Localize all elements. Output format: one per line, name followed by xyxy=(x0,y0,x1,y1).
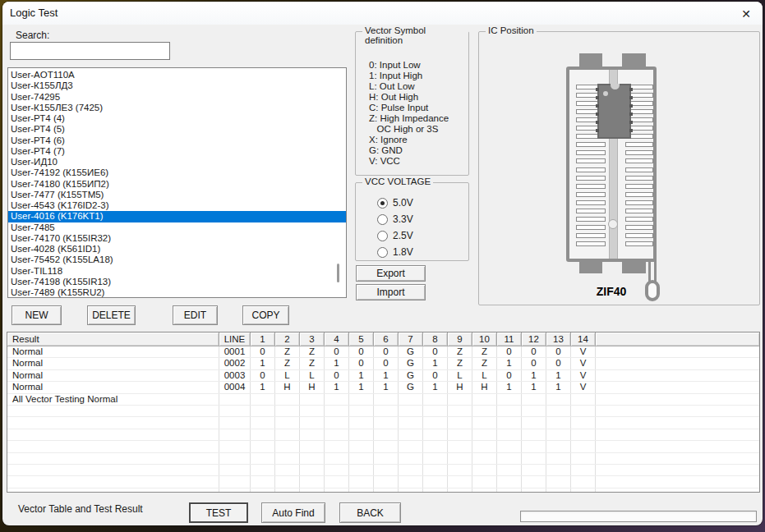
empty-row[interactable] xyxy=(7,406,759,417)
table-cell xyxy=(374,441,399,452)
list-item[interactable]: User-К155ЛЕ3 (7425) xyxy=(8,103,346,113)
vector-row[interactable]: Normal00030LL011G0LL011V xyxy=(7,370,759,382)
table-cell xyxy=(275,394,300,405)
table-cell xyxy=(423,406,448,416)
delete-button[interactable]: DELETE xyxy=(87,305,136,325)
list-item[interactable]: User-TIL118 xyxy=(8,266,346,277)
list-item[interactable]: User-4028 (K561ID1) xyxy=(8,244,346,255)
list-item[interactable]: User-РТ4 (7) xyxy=(8,146,346,157)
list-item[interactable]: User-4016 (K176KT1) xyxy=(8,211,346,222)
export-button[interactable]: Export xyxy=(356,265,426,282)
table-cell xyxy=(374,406,399,416)
table-cell: 1 xyxy=(546,370,571,381)
vector-result-table[interactable]: ResultLINE1234567891011121314 Normal0001… xyxy=(7,332,760,493)
legend-line: H: Out High xyxy=(369,92,449,103)
auto-find-button[interactable]: Auto Find xyxy=(261,502,325,523)
list-item[interactable]: User-РТ4 (4) xyxy=(8,113,346,124)
vcc-option-2.5V[interactable]: 2.5V xyxy=(377,229,413,242)
empty-row[interactable] xyxy=(7,441,759,452)
list-item[interactable]: User-4543 (K176ID2-3) xyxy=(8,200,346,211)
empty-row[interactable] xyxy=(7,476,759,488)
list-item[interactable]: User-74295 xyxy=(8,92,346,103)
list-item[interactable]: User-РТ4 (6) xyxy=(8,135,346,146)
search-input[interactable] xyxy=(10,42,170,60)
list-item[interactable]: User-AOT110A xyxy=(8,70,346,80)
radio-icon[interactable] xyxy=(377,198,388,209)
empty-row[interactable] xyxy=(7,465,759,476)
table-cell: Normal xyxy=(7,370,219,381)
table-cell xyxy=(546,406,571,416)
import-button[interactable]: Import xyxy=(356,284,426,300)
table-cell xyxy=(275,465,300,475)
table-header-cell: 8 xyxy=(423,332,448,346)
copy-button[interactable]: COPY xyxy=(242,305,289,325)
list-scrollbar-thumb[interactable] xyxy=(337,264,339,282)
summary-row[interactable]: All Vector Testing Normal xyxy=(7,394,759,406)
back-button[interactable]: BACK xyxy=(339,502,401,523)
table-cell xyxy=(423,465,448,475)
empty-row[interactable] xyxy=(7,453,759,465)
table-header-cell: 7 xyxy=(399,332,423,346)
table-cell xyxy=(472,453,497,464)
legend-line: X: Ignore xyxy=(369,135,449,145)
vcc-option-5.0V[interactable]: 5.0V xyxy=(377,196,413,209)
list-item[interactable]: User-7489 (K155RU2) xyxy=(8,287,346,298)
list-item[interactable]: User-ИД10 xyxy=(8,157,346,167)
legend-line: 0: Input Low xyxy=(369,60,449,71)
pin-slot-left xyxy=(576,192,606,197)
edit-button[interactable]: EDIT xyxy=(173,305,218,325)
table-cell xyxy=(522,417,546,428)
vcc-option-1.8V[interactable]: 1.8V xyxy=(377,245,413,259)
vector-row[interactable]: Normal00021ZZ100G1ZZ100V xyxy=(7,358,759,369)
radio-icon[interactable] xyxy=(377,231,388,241)
table-cell xyxy=(325,441,349,452)
table-cell xyxy=(219,406,251,416)
list-item[interactable]: User-74180 (К155ИП2) xyxy=(8,179,346,190)
list-item[interactable]: User-74198 (K155IR13) xyxy=(8,277,346,287)
list-item[interactable]: User-75452 (K155LA18) xyxy=(8,255,346,265)
table-cell: 0 xyxy=(546,346,571,357)
list-item[interactable]: User-74170 (K155IR32) xyxy=(8,233,346,244)
legend-line: OC High or 3S xyxy=(369,124,449,135)
table-cell xyxy=(522,453,546,464)
table-cell xyxy=(399,394,423,405)
list-item[interactable]: User-РТ4 (5) xyxy=(8,124,346,135)
vector-row[interactable]: Normal00041HH111G1HH111V xyxy=(7,382,759,393)
table-cell xyxy=(300,429,325,440)
table-cell xyxy=(374,429,399,440)
new-button[interactable]: NEW xyxy=(12,305,62,325)
empty-row[interactable] xyxy=(7,429,759,441)
table-cell: H xyxy=(300,382,325,392)
empty-row[interactable] xyxy=(7,417,759,429)
table-cell xyxy=(522,476,546,487)
list-item[interactable]: User-74192 (К155ИЕ6) xyxy=(8,167,346,178)
table-header-cell: 13 xyxy=(546,332,571,346)
table-cell xyxy=(374,465,399,475)
table-cell: 0004 xyxy=(219,382,251,392)
empty-row[interactable] xyxy=(7,488,759,493)
list-item[interactable]: User-К155ЛД3 xyxy=(8,80,346,91)
device-list[interactable]: User-AOT110AUser-К155ЛД3User-74295User-К… xyxy=(7,67,347,298)
table-cell xyxy=(374,453,399,464)
vcc-option-3.3V[interactable]: 3.3V xyxy=(377,213,413,226)
title-bar[interactable]: Logic Test ✕ xyxy=(2,2,763,25)
table-cell: 0 xyxy=(374,358,399,369)
table-header-cell: 10 xyxy=(472,332,497,346)
test-button[interactable]: TEST xyxy=(189,502,248,523)
vector-row[interactable]: Normal00010ZZ000G0ZZ000V xyxy=(7,346,759,358)
window-title: Logic Test xyxy=(10,7,58,19)
radio-icon[interactable] xyxy=(377,214,388,225)
close-icon[interactable]: ✕ xyxy=(736,5,756,22)
list-item[interactable]: User-7485 xyxy=(8,222,346,233)
table-cell xyxy=(497,417,522,428)
table-cell: 0 xyxy=(374,346,399,357)
radio-icon[interactable] xyxy=(377,247,388,258)
pin-slot-left xyxy=(576,167,606,172)
pin-slot-right xyxy=(625,158,653,163)
table-header-cell: LINE xyxy=(219,332,251,346)
table-header-cell: 14 xyxy=(571,332,596,346)
list-item[interactable]: User-7477 (К155ТМ5) xyxy=(8,190,346,200)
table-cell xyxy=(497,453,522,464)
table-cell xyxy=(251,465,275,475)
table-cell: 1 xyxy=(325,358,349,369)
